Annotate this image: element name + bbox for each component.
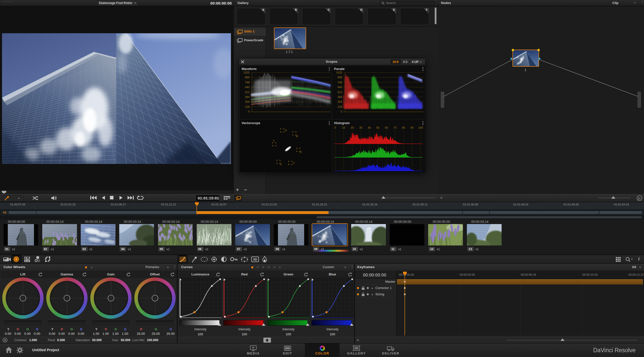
- svg-text:B: B: [300, 151, 302, 154]
- svg-text:768: 768: [338, 81, 342, 84]
- svg-text:G: G: [280, 163, 282, 166]
- svg-text:640: 640: [338, 86, 342, 89]
- svg-text:Vectorscope: Vectorscope: [242, 121, 260, 125]
- svg-text:80: 80: [402, 126, 405, 129]
- svg-text:50: 50: [376, 126, 379, 129]
- svg-text:1023: 1023: [244, 71, 250, 74]
- svg-text:60: 60: [385, 126, 388, 129]
- svg-text:896: 896: [245, 76, 250, 79]
- svg-text:Parade: Parade: [334, 67, 345, 71]
- svg-text:896: 896: [338, 76, 342, 79]
- svg-text:M: M: [296, 135, 298, 138]
- svg-text:E: E: [393, 9, 395, 11]
- svg-text:128: 128: [338, 105, 342, 108]
- svg-text:640: 640: [245, 86, 250, 89]
- svg-text:0: 0: [248, 110, 250, 113]
- svg-text:C: C: [293, 161, 295, 164]
- svg-text:384: 384: [245, 95, 250, 98]
- svg-text:3D: 3D: [253, 258, 257, 261]
- svg-text:256: 256: [338, 100, 342, 103]
- svg-text:512: 512: [245, 91, 250, 94]
- svg-text:40: 40: [368, 126, 371, 129]
- svg-text:100: 100: [418, 126, 423, 129]
- svg-text:768: 768: [245, 81, 250, 84]
- svg-text:10: 10: [342, 126, 345, 129]
- svg-text:A: A: [262, 9, 264, 11]
- svg-text:F: F: [426, 9, 427, 11]
- svg-text:90: 90: [411, 126, 414, 129]
- svg-text:A: A: [4, 339, 6, 342]
- svg-text:C: C: [328, 9, 329, 11]
- svg-text:512: 512: [338, 91, 342, 94]
- svg-text:B: B: [295, 9, 297, 11]
- svg-text:Y: Y: [273, 139, 275, 142]
- svg-text:256: 256: [245, 100, 250, 103]
- svg-text:128: 128: [245, 105, 250, 108]
- svg-text:70: 70: [393, 126, 396, 129]
- svg-text:Histogram: Histogram: [334, 121, 350, 125]
- svg-text:Waveform: Waveform: [242, 67, 257, 71]
- svg-text:384: 384: [338, 95, 342, 98]
- svg-text:1023: 1023: [336, 71, 342, 74]
- svg-text:30: 30: [359, 126, 362, 129]
- svg-text:0: 0: [341, 110, 342, 113]
- svg-text:D: D: [360, 9, 362, 11]
- svg-text:fx: fx: [638, 197, 641, 200]
- svg-text:R: R: [285, 129, 287, 132]
- svg-text:20: 20: [351, 126, 354, 129]
- svg-text:0: 0: [334, 126, 336, 129]
